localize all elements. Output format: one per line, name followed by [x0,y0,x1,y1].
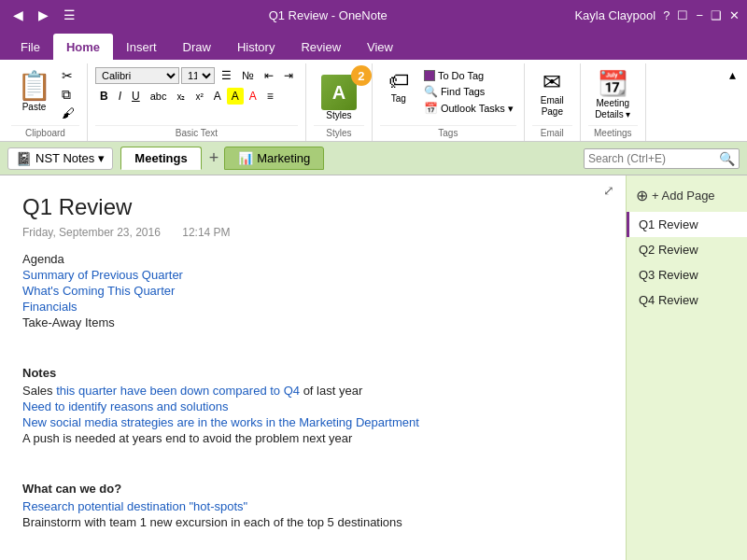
expand-icon[interactable]: ⤢ [603,183,614,198]
restore-button[interactable]: ☐ [677,8,688,22]
note-line-6: Need to identify reasons and solutions [22,399,603,413]
numbering-button[interactable]: № [237,67,259,84]
italic-button[interactable]: I [114,88,126,105]
add-page-button[interactable]: ⊕ + Add Page [627,183,747,208]
tag-icon: 🏷 [388,69,409,93]
email-label: Email [532,125,572,141]
note-line-5: Sales this quarter have been down compar… [22,384,603,398]
tab-view[interactable]: View [354,34,406,60]
clipboard-group: 📋 Paste ✂ ⧉ 🖌 Clipboard [4,63,88,141]
tags-group: 🏷 Tag To Do Tag 🔍 Find Tags 📅 Outlook Ta… [373,63,525,141]
title-bar-right: Kayla Claypool ? ☐ − ❑ ✕ [574,8,740,22]
tab-insert[interactable]: Insert [113,34,170,60]
page-item-q1[interactable]: Q1 Review [627,212,747,237]
increase-indent-button[interactable]: ⇥ [279,67,298,84]
paste-button[interactable]: 📋 Paste [11,67,57,114]
window-controls-left[interactable]: ◀ ▶ ☰ [7,6,81,24]
todo-tag-item[interactable]: To Do Tag [421,69,516,82]
quick-access-button[interactable]: ☰ [58,6,81,24]
outlook-tasks-item[interactable]: 📅 Outlook Tasks ▾ [421,101,516,116]
minimize-button[interactable]: − [696,8,703,22]
cut-icon: ✂ [62,68,73,84]
tags-label: Tags [380,125,516,141]
note-line-1: Summary of Previous Quarter [22,268,603,282]
outlook-icon: 📅 [424,102,438,115]
format-painter-icon: 🖌 [62,105,75,121]
tab-home[interactable]: Home [53,34,113,60]
cut-button[interactable]: ✂ [59,67,79,85]
styles-badge: 2 [351,65,372,86]
notebook-dropdown-icon: ▾ [98,151,105,165]
clipboard-label: Clipboard [11,125,79,141]
clear-format-button[interactable]: A [209,88,226,105]
email-page-button[interactable]: ✉ EmailPage [535,67,570,119]
tab-meetings[interactable]: Meetings [120,147,201,170]
bullets-button[interactable]: ☰ [217,67,236,84]
subscript-button[interactable]: x₂ [172,90,190,104]
basic-text-label: Basic Text [95,125,298,141]
tab-review[interactable]: Review [288,34,354,60]
forward-button[interactable]: ▶ [33,6,54,24]
search-box: 🔍 [584,148,740,169]
note-content: ⤢ Q1 Review Friday, September 23, 2016 1… [0,175,626,560]
decrease-indent-button[interactable]: ⇤ [260,67,278,84]
note-section-notes [22,341,603,355]
page-item-q4[interactable]: Q4 Review [627,287,747,313]
meetings-group: 📆 MeetingDetails ▾ Meetings [581,63,646,141]
clipboard-small-buttons: ✂ ⧉ 🖌 [59,67,79,121]
font-row: Calibri 11 ☰ № ⇤ ⇥ [95,67,298,84]
notebook-name: NST Notes [35,151,94,165]
underline-button[interactable]: U [127,88,145,105]
notebook-selector[interactable]: 📓 NST Notes ▾ [7,147,113,170]
font-color-button[interactable]: A [245,88,261,105]
format-painter-button[interactable]: 🖌 [59,105,79,122]
list-buttons: ☰ № ⇤ ⇥ [217,67,298,84]
tab-file[interactable]: File [7,34,53,60]
close-button[interactable]: ✕ [729,8,740,22]
tab-history[interactable]: History [224,34,288,60]
note-line-3: Financials [22,300,603,314]
font-format-row: B I U abc x₂ x² A A A ≡ [95,88,278,105]
maximize-button[interactable]: ❑ [711,8,722,22]
find-tags-item[interactable]: 🔍 Find Tags [421,84,516,99]
copy-button[interactable]: ⧉ [59,86,79,104]
note-title: Q1 Review [22,194,603,220]
tag-button[interactable]: 🏷 Tag [380,67,417,105]
ribbon-collapse-button[interactable]: ▴ [722,63,743,86]
back-button[interactable]: ◀ [7,6,29,24]
search-input[interactable] [588,152,719,165]
styles-group: A Styles 2 Styles [306,63,373,141]
ribbon-tab-bar: File Home Insert Draw History Review Vie… [0,30,747,60]
page-tabs-bar: 📓 NST Notes ▾ Meetings + 📊Marketing 🔍 [0,142,747,175]
note-line-agenda: Agenda [22,252,603,266]
title-bar: ◀ ▶ ☰ Q1 Review - OneNote Kayla Claypool… [0,0,747,30]
add-page-icon: ⊕ [636,187,648,204]
font-family-select[interactable]: Calibri [95,67,179,84]
paste-icon: 📋 [17,69,51,102]
strikethrough-button[interactable]: abc [146,89,172,104]
email-group: ✉ EmailPage Email [525,63,581,141]
user-name: Kayla Claypool [574,8,655,22]
page-item-q3[interactable]: Q3 Review [627,262,747,287]
tab-draw[interactable]: Draw [170,34,224,60]
note-spacer [22,456,603,470]
page-item-q2[interactable]: Q2 Review [627,237,747,262]
search-icon[interactable]: 🔍 [719,151,735,166]
tab-marketing[interactable]: 📊Marketing [224,147,324,170]
pages-panel: ⊕ + Add Page Q1 Review Q2 Review Q3 Revi… [626,175,747,560]
copy-icon: ⧉ [62,87,71,103]
note-date: Friday, September 23, 2016 12:14 PM [22,226,603,239]
bold-button[interactable]: B [95,88,113,105]
font-size-select[interactable]: 11 [181,67,215,84]
add-tab-button[interactable]: + [204,148,225,168]
superscript-button[interactable]: x² [190,90,207,104]
what-can-we-do-heading: What can we do? [22,482,603,496]
meeting-details-button[interactable]: 📆 MeetingDetails ▾ [589,67,636,122]
find-tags-icon: 🔍 [424,85,438,98]
align-button[interactable]: ≡ [262,88,278,105]
window-title: Q1 Review - OneNote [81,8,574,22]
note-line-2: What's Coming This Quarter [22,284,603,298]
note-line-10: Brainstorm with team 1 new excursion in … [22,515,603,529]
help-button[interactable]: ? [663,8,669,22]
highlight-button[interactable]: A [227,88,244,105]
